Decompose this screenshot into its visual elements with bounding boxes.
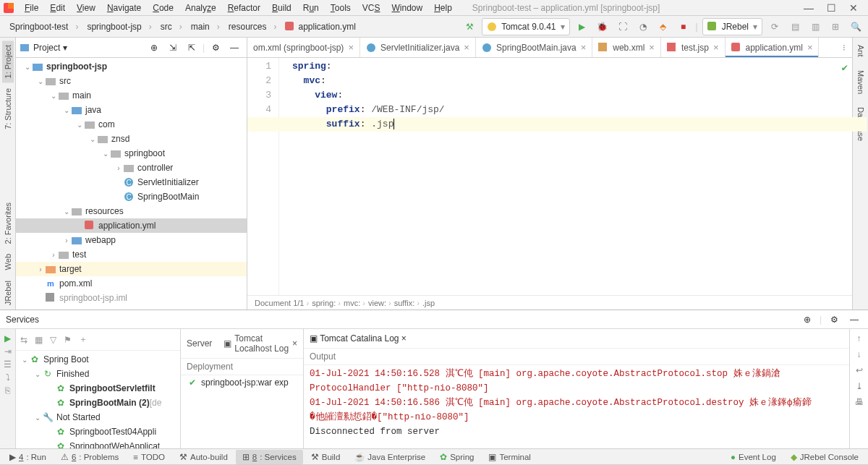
run-config-selector[interactable]: Tomcat 9.0.41 ▾ [482, 18, 569, 35]
crumb-0[interactable]: Springboot-test [4, 20, 83, 34]
minimize-icon[interactable]: — [804, 2, 814, 14]
hide-icon[interactable]: — [226, 40, 242, 56]
tabs-more-icon[interactable]: ⁝ [836, 40, 852, 56]
svc-test04[interactable]: SpringbootTest04Appli [69, 427, 156, 437]
menu-build[interactable]: Build [266, 3, 297, 13]
search-icon[interactable]: 🔍 [848, 19, 864, 35]
svc-tab-local[interactable]: ▣ Tomcat Localhost Log × [224, 333, 297, 354]
btab-problems[interactable]: ⚠ 6: Problems [54, 450, 125, 464]
maximize-icon[interactable]: ☐ [827, 2, 836, 14]
tree-main[interactable]: main [72, 90, 91, 101]
svc-spring-boot[interactable]: Spring Boot [43, 354, 89, 364]
svc-icon-1[interactable]: ⊕ [799, 312, 815, 328]
crumb-1[interactable]: springboot-jsp [82, 20, 156, 34]
close-icon[interactable]: × [713, 42, 719, 53]
svc-tab-catalina[interactable]: ▣ Tomcat Catalina Log × [310, 333, 407, 344]
profile-icon[interactable]: ◔ [635, 19, 651, 35]
tree-target[interactable]: target [59, 264, 82, 274]
btab-build[interactable]: ⚒ Build [305, 450, 347, 464]
tree-springboot-main[interactable]: SpringBootMain [137, 192, 199, 202]
svc-servlet-filter[interactable]: SpringbootServletfilt [69, 383, 156, 393]
tab-testjsp[interactable]: test.jsp× [661, 38, 726, 57]
tree-com[interactable]: com [98, 119, 115, 129]
wrap-icon[interactable]: ↩ [856, 365, 863, 375]
menu-view[interactable]: View [71, 3, 101, 13]
tab-appyml[interactable]: application.yml× [726, 38, 820, 57]
update-icon[interactable]: ⟳ [767, 19, 783, 35]
svc-icon-b[interactable]: ☰ [4, 359, 12, 370]
btab-todo[interactable]: ≡ TODO [127, 451, 171, 464]
btab-autobuild[interactable]: ⚒ Auto-build [173, 450, 234, 464]
menu-tools[interactable]: Tools [325, 3, 357, 13]
svc-tool-1[interactable]: ⇆ [20, 335, 27, 345]
tree-src[interactable]: src [59, 76, 71, 86]
code-editor[interactable]: 12345 spring: mvc: view: prefix: /WEB-IN… [247, 58, 852, 295]
btab-eventlog[interactable]: ● Event Log [724, 451, 783, 464]
editor-breadcrumb[interactable]: Document 1/1spring:mvc:view:suffix:.jsp [247, 295, 852, 310]
tree-java[interactable]: java [85, 105, 101, 115]
menu-run[interactable]: Run [297, 3, 325, 13]
up-icon[interactable]: ↑ [857, 333, 861, 344]
btab-jrebel-console[interactable]: ◆ JRebel Console [784, 450, 865, 464]
tree-iml[interactable]: springboot-jsp.iml [59, 293, 127, 303]
tab-pom[interactable]: om.xml (springboot-jsp)× [247, 38, 360, 57]
menu-code[interactable]: Code [147, 3, 179, 13]
tree-resources[interactable]: resources [85, 206, 124, 216]
print-icon[interactable]: 🖶 [855, 397, 864, 407]
menu-edit[interactable]: Edit [44, 3, 71, 13]
tab-servlet-init[interactable]: ServletInitializer.java× [360, 38, 476, 57]
crumb-2[interactable]: src [156, 20, 187, 34]
collapse-icon[interactable]: ⇱ [184, 40, 200, 56]
scroll-icon[interactable]: ⤓ [856, 381, 863, 391]
btab-run[interactable]: ▶ 4: Run [3, 450, 53, 464]
tab-maven[interactable]: Maven [855, 66, 867, 98]
svc-tool-4[interactable]: ⚑ [64, 335, 72, 345]
svc-tool-2[interactable]: ▦ [35, 335, 43, 345]
output-console[interactable]: 01-Jul-2021 14:50:16.528 淇℃伅 [main] org.… [304, 365, 849, 448]
debug-icon[interactable]: 🐞 [595, 19, 610, 35]
close-icon[interactable]: × [581, 42, 587, 53]
run-icon[interactable]: ▶ [574, 19, 590, 35]
tab-main[interactable]: SpringBootMain.java× [476, 38, 592, 57]
project-panel-title[interactable]: Project ▾ [20, 43, 67, 53]
coverage-icon[interactable]: ⛶ [615, 19, 631, 35]
btab-services[interactable]: ⊞ 8: Services [236, 450, 303, 464]
tab-jrebel[interactable]: JRebel [2, 276, 14, 310]
menu-file[interactable]: File [19, 3, 44, 13]
build-icon[interactable]: ⚒ [461, 19, 477, 35]
tree-servlet-init[interactable]: ServletInitializer [137, 177, 199, 187]
add-icon[interactable]: ＋ [79, 333, 88, 346]
run-icon[interactable]: ▶ [4, 333, 11, 344]
toolbar-icon-3[interactable]: ⊞ [827, 19, 843, 35]
menu-navigate[interactable]: Navigate [101, 3, 147, 13]
svc-icon-c[interactable]: ⤵ [6, 372, 10, 383]
menu-vcs[interactable]: VCS [357, 3, 386, 13]
menu-window[interactable]: Window [386, 3, 428, 13]
deploy-item[interactable]: springboot-jsp:war exp [201, 377, 289, 388]
gear-icon[interactable]: ⚙ [826, 312, 842, 328]
close-icon[interactable]: × [464, 42, 469, 53]
close-icon[interactable]: × [348, 42, 354, 53]
close-icon[interactable]: × [649, 42, 655, 53]
crumb-4[interactable]: resources [224, 20, 282, 34]
tree-application-yml[interactable]: application.yml [98, 221, 156, 231]
tree-controller[interactable]: controller [137, 163, 173, 173]
stop-icon[interactable]: ■ [676, 19, 692, 35]
tab-ant[interactable]: Ant [855, 40, 867, 61]
tab-structure[interactable]: 7: Structure [2, 84, 14, 134]
jrebel-selector[interactable]: JRebel ▾ [702, 18, 762, 35]
svc-icon-d[interactable]: ⎘ [5, 385, 10, 396]
tree-root[interactable]: springboot-jsp [46, 61, 107, 72]
crumb-5[interactable]: application.yml [280, 20, 367, 34]
menu-refactor[interactable]: Refactor [222, 3, 266, 13]
tab-favorites[interactable]: 2: Favorites [2, 198, 14, 248]
filter-icon[interactable]: ▽ [50, 335, 56, 345]
hide-icon[interactable]: — [846, 312, 862, 328]
btab-terminal[interactable]: ▣ Terminal [482, 450, 537, 464]
svc-not-started[interactable]: Not Started [56, 412, 101, 422]
project-tree[interactable]: ⌄springboot-jsp ⌄src ⌄main ⌄java ⌄com ⌄z… [16, 58, 247, 310]
tree-pom[interactable]: pom.xml [59, 278, 92, 289]
tree-znsd[interactable]: znsd [111, 134, 129, 144]
btab-spring[interactable]: ✿ Spring [433, 450, 480, 464]
menu-analyze[interactable]: Analyze [179, 3, 222, 13]
